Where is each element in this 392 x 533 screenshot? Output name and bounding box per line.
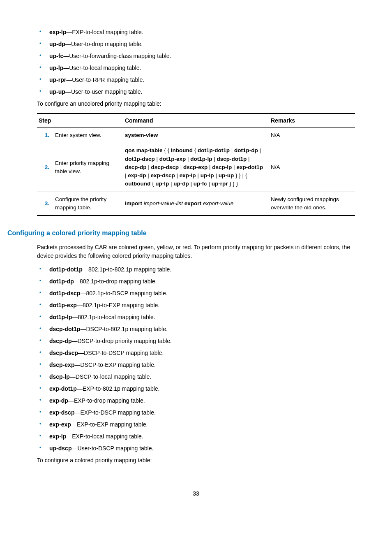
list-item: dscp-dscp—DSCP-to-DSCP mapping table.	[37, 349, 355, 357]
table-row: 2.Enter priority mapping table view.qos …	[37, 143, 355, 192]
list-item: dscp-dp—DSCP-to-drop priority mapping ta…	[37, 337, 355, 345]
colored-mapping-list: dot1p-dot1p—802.1p-to-802.1p mapping tab…	[37, 265, 355, 453]
list-item: dot1p-dscp—802.1p-to-DSCP mapping table.	[37, 289, 355, 298]
list-item: exp-exp—EXP-to-EXP mapping table.	[37, 420, 355, 429]
remarks-cell: N/A	[269, 143, 355, 192]
table-row: 3.Configure the priority mapping table.i…	[37, 192, 355, 216]
page-number: 33	[37, 489, 355, 498]
col-header-remarks: Remarks	[269, 114, 355, 128]
list-item: up-fc—User-to-forwarding-class mapping t…	[37, 52, 355, 60]
command-cell: qos map-table { { inbound { dot1p-dot1p …	[123, 143, 269, 192]
command-cell: system-view	[123, 128, 269, 143]
list-item: dot1p-dp—802.1p-to-drop mapping table.	[37, 277, 355, 286]
colored-mapping-intro: Packets processed by CAR are colored gre…	[37, 243, 355, 260]
list-item: dot1p-exp—802.1p-to-EXP mapping table.	[37, 301, 355, 310]
table-row: 1.Enter system view.system-viewN/A	[37, 128, 355, 143]
colored-mapping-heading: Configuring a colored priority mapping t…	[7, 228, 355, 238]
list-item: dot1p-lp—802.1p-to-local mapping table.	[37, 313, 355, 322]
step-description: Enter priority mapping table view.	[53, 143, 123, 192]
list-item: up-up—User-to-user mapping table.	[37, 88, 355, 96]
step-number: 3.	[37, 192, 53, 216]
list-item: up-rpr—User-to-RPR mapping table.	[37, 76, 355, 84]
step-number: 2.	[37, 143, 53, 192]
step-description: Configure the priority mapping table.	[53, 192, 123, 216]
list-item: exp-dp—EXP-to-drop mapping table.	[37, 396, 355, 405]
list-item: exp-lp—EXP-to-local mapping table.	[37, 432, 355, 441]
step-number: 1.	[37, 128, 53, 143]
uncolored-mapping-list: exp-lp—EXP-to-local mapping table.up-dp—…	[37, 28, 355, 96]
configure-colored-intro: To configure a colored priority mapping …	[37, 456, 355, 465]
col-header-command: Command	[123, 114, 269, 128]
list-item: exp-dscp—EXP-to-DSCP mapping table.	[37, 408, 355, 417]
list-item: dot1p-dot1p—802.1p-to-802.1p mapping tab…	[37, 265, 355, 274]
list-item: dscp-dot1p—DSCP-to-802.1p mapping table.	[37, 325, 355, 334]
list-item: dscp-exp—DSCP-to-EXP mapping table.	[37, 361, 355, 369]
list-item: up-dscp—User-to-DSCP mapping table.	[37, 444, 355, 453]
list-item: exp-lp—EXP-to-local mapping table.	[37, 28, 355, 37]
uncolored-steps-table: Step Command Remarks 1.Enter system view…	[37, 113, 355, 216]
command-cell: import import-value-list export export-v…	[123, 192, 269, 216]
list-item: up-dp—User-to-drop mapping table.	[37, 40, 355, 49]
list-item: dscp-lp—DSCP-to-local mapping table.	[37, 373, 355, 381]
remarks-cell: Newly configured mappings overwrite the …	[269, 192, 355, 216]
list-item: up-lp—User-to-local mapping table.	[37, 64, 355, 72]
list-item: exp-dot1p—EXP-to-802.1p mapping table.	[37, 385, 355, 393]
col-header-step: Step	[37, 114, 123, 128]
remarks-cell: N/A	[269, 128, 355, 143]
step-description: Enter system view.	[53, 128, 123, 143]
configure-uncolored-intro: To configure an uncolored priority mappi…	[37, 100, 355, 108]
